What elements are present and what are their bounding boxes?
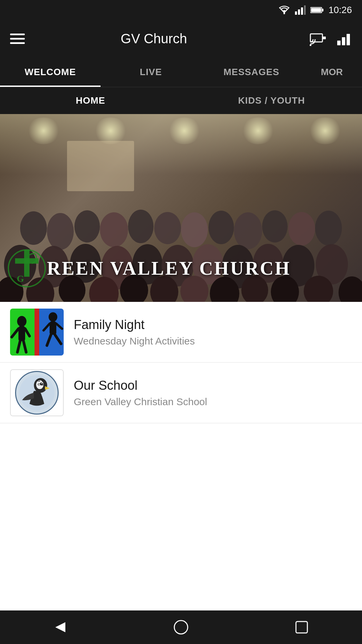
family-night-subtitle: Wednesday Night Activities: [74, 335, 352, 347]
list-item-family-night[interactable]: Family Night Wednesday Night Activities: [0, 302, 362, 363]
svg-text:G: G: [38, 379, 40, 382]
wifi-icon: [278, 5, 290, 15]
tab-welcome[interactable]: WELCOME: [0, 57, 101, 87]
app-title: GV Church: [8, 31, 300, 46]
svg-point-21: [208, 211, 234, 244]
svg-text:C: C: [38, 382, 40, 386]
svg-point-59: [49, 312, 57, 322]
our-school-title: Our School: [74, 378, 352, 393]
svg-point-75: [174, 621, 188, 634]
church-cross-logo: G: [7, 245, 47, 292]
svg-rect-76: [296, 622, 307, 633]
svg-line-64: [55, 335, 61, 344]
content-area: Family Night Wednesday Night Activities: [0, 302, 362, 457]
app-header: GV Church: [0, 20, 362, 57]
subtab-home[interactable]: HOME: [0, 87, 181, 114]
eagle-logo: G V C S: [15, 371, 59, 415]
tab-more[interactable]: MOR: [302, 57, 362, 87]
svg-text:S: S: [41, 382, 44, 386]
svg-line-61: [44, 324, 50, 330]
subtab-kids-youth[interactable]: KIDS / YOUTH: [181, 87, 362, 114]
svg-rect-12: [342, 37, 345, 45]
hero-logo: G REEN VALLEY CHURCH: [7, 245, 291, 292]
sub-tabs: HOME KIDS / YOUTH: [0, 87, 362, 114]
svg-line-56: [25, 329, 29, 336]
nav-tabs: WELCOME LIVE MESSAGES MOR: [0, 57, 362, 87]
svg-point-53: [17, 316, 26, 327]
tab-messages[interactable]: MESSAGES: [201, 57, 302, 87]
home-button[interactable]: [164, 610, 198, 644]
svg-rect-6: [322, 9, 323, 11]
stats-icon[interactable]: [337, 31, 352, 46]
svg-point-0: [283, 13, 285, 14]
list-item-our-school[interactable]: G V C S Our School Green Valley Christia…: [0, 363, 362, 423]
header-actions: [310, 31, 352, 46]
status-icons: 10:26: [278, 5, 352, 15]
svg-point-19: [154, 212, 181, 244]
svg-point-17: [100, 212, 128, 247]
svg-line-62: [56, 324, 62, 329]
svg-rect-10: [322, 37, 326, 39]
svg-point-22: [234, 212, 262, 249]
svg-point-9: [310, 44, 311, 46]
svg-point-48: [339, 276, 362, 302]
tab-live[interactable]: LIVE: [101, 57, 201, 87]
svg-rect-11: [337, 41, 341, 45]
family-night-title: Family Night: [74, 318, 352, 332]
family-night-thumbnail: [10, 309, 64, 356]
our-school-subtitle: Green Valley Christian School: [74, 396, 352, 408]
svg-text:G: G: [17, 273, 24, 284]
back-button[interactable]: [44, 610, 77, 644]
battery-icon: [310, 6, 324, 14]
svg-rect-4: [304, 5, 306, 15]
svg-point-24: [288, 212, 315, 246]
recent-apps-button[interactable]: [285, 610, 318, 644]
svg-rect-7: [311, 8, 321, 12]
svg-point-20: [181, 212, 208, 247]
list-container: Family Night Wednesday Night Activities: [0, 302, 362, 423]
svg-rect-3: [301, 7, 303, 15]
svg-point-16: [74, 210, 100, 243]
status-time: 10:26: [328, 5, 352, 15]
svg-point-23: [262, 210, 288, 243]
svg-rect-13: [347, 34, 350, 45]
svg-point-15: [47, 213, 74, 250]
our-school-content: Our School Green Valley Christian School: [74, 378, 352, 408]
svg-point-25: [315, 211, 342, 246]
svg-line-58: [23, 341, 26, 352]
hero-banner: G REEN VALLEY CHURCH: [0, 114, 362, 302]
bottom-nav: [0, 610, 362, 644]
svg-point-18: [128, 210, 154, 243]
svg-rect-1: [295, 11, 297, 15]
our-school-thumbnail: G V C S: [10, 369, 64, 416]
signal-icon: [295, 5, 306, 15]
svg-text:V: V: [41, 379, 44, 382]
svg-line-57: [17, 341, 20, 352]
svg-rect-2: [298, 9, 300, 15]
status-bar: 10:26: [0, 0, 362, 20]
svg-line-63: [47, 335, 51, 345]
svg-marker-74: [55, 622, 65, 632]
family-night-content: Family Night Wednesday Night Activities: [74, 318, 352, 347]
church-name: REEN VALLEY CHURCH: [47, 258, 291, 279]
cast-icon[interactable]: [310, 31, 326, 46]
svg-line-55: [12, 329, 18, 337]
svg-point-14: [20, 211, 47, 245]
